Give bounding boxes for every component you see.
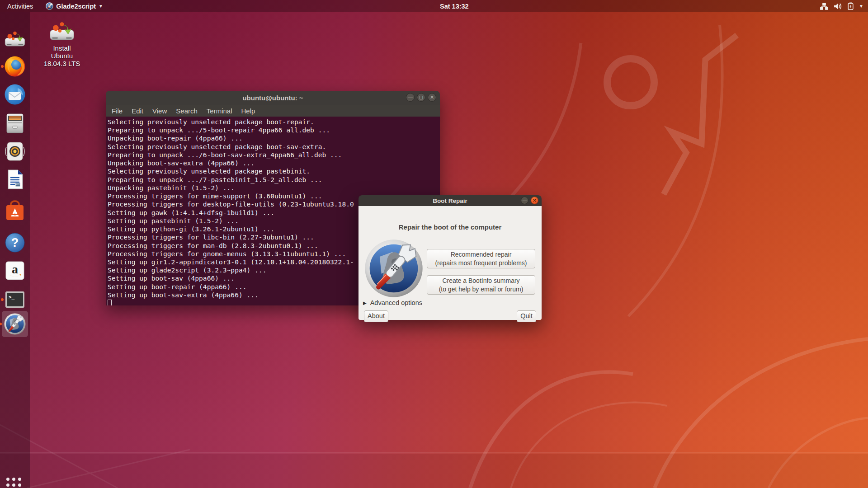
about-button[interactable]: About bbox=[364, 310, 388, 322]
boot-repair-icon bbox=[4, 313, 26, 335]
rhythmbox-icon bbox=[4, 141, 26, 162]
dock-item-files[interactable] bbox=[4, 113, 26, 134]
firefox-icon bbox=[4, 56, 26, 77]
install-ubuntu-icon bbox=[4, 28, 26, 50]
dock-item-install-ubuntu[interactable] bbox=[4, 28, 26, 50]
desktop-icon-install-ubuntu[interactable]: Install Ubuntu 18.04.3 LTS bbox=[42, 21, 81, 67]
recommended-repair-line1: Recommended repair bbox=[427, 250, 535, 258]
dock-item-thunderbird[interactable] bbox=[4, 84, 26, 105]
dock-item-amazon[interactable]: a bbox=[4, 260, 26, 282]
dialog-titlebar[interactable]: Boot Repair — ✕ bbox=[359, 195, 542, 206]
show-applications-button[interactable] bbox=[6, 478, 24, 488]
dialog-heading: Repair the boot of the computer bbox=[359, 223, 542, 231]
clock[interactable]: Sat 13:32 bbox=[440, 0, 469, 12]
battery-icon bbox=[848, 2, 854, 10]
boot-repair-dialog: Boot Repair — ✕ Repair the boot of the c… bbox=[359, 195, 542, 320]
recommended-repair-button[interactable]: Recommended repair (repairs most frequen… bbox=[427, 249, 535, 268]
menu-file[interactable]: File bbox=[107, 106, 127, 116]
recommended-repair-line2: (repairs most frequent problems) bbox=[427, 259, 535, 267]
terminal-cursor bbox=[108, 300, 112, 305]
desktop-icon-label-line2: Ubuntu bbox=[42, 52, 81, 60]
boot-repair-icon bbox=[46, 2, 53, 10]
dock: ? a >_ bbox=[0, 12, 30, 488]
svg-text:?: ? bbox=[11, 236, 19, 249]
svg-text:a: a bbox=[12, 262, 18, 276]
network-wired-icon bbox=[820, 3, 828, 10]
dock-item-rhythmbox[interactable] bbox=[4, 141, 26, 162]
maximize-button[interactable]: ◻ bbox=[417, 93, 425, 102]
terminal-menubar: File Edit View Search Terminal Help bbox=[106, 105, 440, 117]
bootinfo-summary-line2: (to get help by email or forum) bbox=[427, 285, 535, 293]
desktop-icon-label-line1: Install bbox=[42, 44, 81, 52]
desktop-icon-label-line3: 18.04.3 LTS bbox=[42, 60, 81, 67]
system-tray[interactable]: ▼ bbox=[820, 0, 865, 12]
bootinfo-summary-line1: Create a BootInfo summary bbox=[427, 277, 535, 285]
close-button[interactable]: ✕ bbox=[428, 93, 436, 102]
files-icon bbox=[4, 113, 26, 134]
menu-help[interactable]: Help bbox=[237, 106, 260, 116]
dock-item-boot-repair[interactable] bbox=[4, 313, 26, 335]
dialog-title: Boot Repair bbox=[433, 197, 467, 204]
running-indicator bbox=[1, 65, 4, 68]
terminal-titlebar[interactable]: ubuntu@ubuntu: ~ — ◻ ✕ bbox=[106, 91, 440, 105]
app-menu-button[interactable]: Glade2script ▼ bbox=[40, 0, 108, 12]
thunderbird-icon bbox=[4, 84, 26, 105]
menu-view[interactable]: View bbox=[148, 106, 171, 116]
dock-item-ubuntu-software[interactable] bbox=[4, 200, 26, 222]
running-indicator bbox=[1, 298, 4, 301]
dock-item-terminal[interactable]: >_ bbox=[4, 289, 26, 310]
chevron-down-icon: ▼ bbox=[99, 4, 103, 9]
quit-button[interactable]: Quit bbox=[517, 310, 536, 322]
install-ubuntu-icon bbox=[49, 21, 75, 42]
svg-text:>_: >_ bbox=[9, 294, 15, 300]
advanced-options-expander[interactable]: ▶ Advanced options bbox=[363, 299, 422, 306]
ubuntu-software-icon bbox=[4, 200, 26, 222]
expander-arrow-icon: ▶ bbox=[363, 300, 367, 305]
dock-item-help[interactable]: ? bbox=[4, 232, 26, 253]
menu-terminal[interactable]: Terminal bbox=[202, 106, 237, 116]
advanced-options-label: Advanced options bbox=[370, 299, 422, 306]
activities-button[interactable]: Activities bbox=[0, 0, 40, 12]
minimize-button[interactable]: — bbox=[521, 197, 528, 204]
top-bar: Activities Glade2script ▼ Sat 13:32 bbox=[0, 0, 868, 12]
menu-search[interactable]: Search bbox=[171, 106, 202, 116]
dock-item-firefox[interactable] bbox=[4, 56, 26, 77]
app-menu-label: Glade2script bbox=[56, 3, 96, 10]
help-icon: ? bbox=[4, 232, 26, 253]
menu-edit[interactable]: Edit bbox=[127, 106, 148, 116]
chevron-down-icon: ▼ bbox=[859, 4, 863, 9]
dock-item-libreoffice-writer[interactable] bbox=[4, 169, 26, 190]
close-button[interactable]: ✕ bbox=[531, 197, 538, 204]
terminal-title: ubuntu@ubuntu: ~ bbox=[242, 94, 303, 102]
terminal-icon: >_ bbox=[4, 289, 26, 310]
amazon-icon: a bbox=[4, 260, 26, 282]
minimize-button[interactable]: — bbox=[406, 93, 415, 102]
boot-repair-logo bbox=[364, 239, 423, 298]
dialog-body: Repair the boot of the computer Recommen… bbox=[359, 206, 542, 320]
volume-icon bbox=[834, 3, 842, 10]
libreoffice-writer-icon bbox=[4, 169, 26, 190]
desktop-screen: Activities Glade2script ▼ Sat 13:32 bbox=[0, 0, 868, 488]
bootinfo-summary-button[interactable]: Create a BootInfo summary (to get help b… bbox=[427, 275, 535, 295]
